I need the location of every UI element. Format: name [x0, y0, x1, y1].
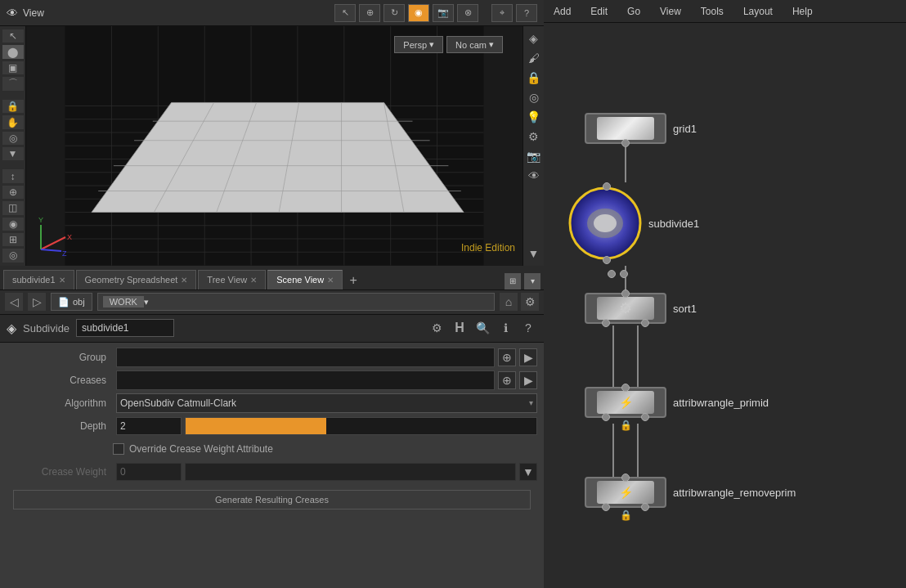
creases-dropdown[interactable]: [116, 370, 495, 390]
menu-edit[interactable]: Edit: [587, 4, 611, 19]
camera-left-btn[interactable]: ◎: [2, 249, 24, 262]
expand-tool[interactable]: ⊗: [457, 4, 478, 22]
tab-geometry-spreadsheet[interactable]: Geometry Spreadsheet ✕: [76, 270, 197, 290]
node-search-btn[interactable]: 🔍: [473, 319, 491, 337]
node-sort1-port-top: [621, 290, 630, 298]
nav-back-btn[interactable]: ◁: [5, 293, 23, 311]
path-obj-segment[interactable]: 📄 obj: [51, 293, 92, 311]
brush-btn[interactable]: ⊕: [2, 186, 24, 199]
node-grid1-box: [585, 113, 666, 144]
menu-add[interactable]: Add: [550, 4, 574, 19]
group-dropdown[interactable]: [116, 348, 495, 367]
override-checkbox[interactable]: [113, 443, 124, 455]
tab-geometry-spreadsheet-close[interactable]: ✕: [181, 276, 187, 285]
add-tab-button[interactable]: +: [344, 272, 362, 290]
node-sort1-box: ⚙: [585, 293, 666, 324]
node-help-btn[interactable]: ?: [519, 319, 537, 337]
rotate-tool[interactable]: ↻: [383, 4, 405, 22]
grid-btn[interactable]: ⊞: [2, 233, 24, 246]
crease-weight-scroll[interactable]: ▼: [519, 463, 537, 481]
tab-scene-view-close[interactable]: ✕: [327, 276, 334, 285]
connection-dot-2: [620, 270, 628, 278]
node-grid1-port-bottom: [621, 139, 630, 147]
tab-subdivide1-close[interactable]: ✕: [59, 276, 65, 285]
tab-tree-view-close[interactable]: ✕: [250, 276, 257, 285]
node-subdivide1-label: subdivide1: [648, 218, 699, 230]
generate-button[interactable]: Generate Resulting Creases: [13, 490, 531, 509]
tab-layout-btn[interactable]: ⊞: [505, 273, 521, 290]
group-picker-btn[interactable]: ⊕: [498, 348, 516, 366]
node-info-btn[interactable]: ℹ: [496, 319, 514, 337]
node-name-input[interactable]: [76, 319, 174, 337]
node-graph-canvas[interactable]: grid1: [544, 23, 906, 588]
node-gear-btn[interactable]: ⚙: [428, 319, 446, 337]
lock-btn[interactable]: 🔒: [2, 100, 24, 113]
no-cam-button[interactable]: No cam ▾: [446, 36, 503, 53]
render-tool[interactable]: ◉: [408, 4, 429, 22]
creases-link-btn[interactable]: ▶: [519, 371, 537, 389]
path-obj-icon: 📄: [58, 297, 70, 307]
creases-picker-btn[interactable]: ⊕: [498, 371, 516, 389]
tab-subdivide1[interactable]: subdivide1 ✕: [3, 270, 74, 290]
group-link-btn[interactable]: ▶: [519, 348, 537, 366]
eraser-btn[interactable]: ◫: [2, 201, 24, 214]
depth-input[interactable]: [116, 417, 182, 435]
snap-tool[interactable]: ⌖: [491, 4, 513, 22]
lasso-btn[interactable]: ⌒: [2, 77, 24, 91]
tab-tree-view[interactable]: Tree View ✕: [198, 270, 266, 290]
paint-btn[interactable]: ⬤: [2, 45, 24, 58]
node-attribwrangle-primid-port-bottom-right: [641, 413, 649, 421]
node-type-icon: ◈: [7, 321, 16, 336]
menu-tools[interactable]: Tools: [697, 4, 727, 19]
target-btn[interactable]: ◎: [525, 88, 543, 106]
nav-forward-btn[interactable]: ▷: [28, 293, 46, 311]
bulb-btn[interactable]: 💡: [525, 108, 543, 126]
path-work-dropdown[interactable]: WORK ▾: [97, 293, 495, 311]
node-sort1[interactable]: ⚙ sort1: [585, 293, 697, 324]
camera-tool[interactable]: 📷: [433, 4, 454, 22]
settings-right-btn[interactable]: ⚙: [525, 128, 543, 146]
node-subdivide1[interactable]: subdivide1: [568, 186, 699, 260]
help-btn[interactable]: ?: [516, 4, 537, 22]
no-cam-arrow: ▾: [489, 39, 494, 50]
menu-view[interactable]: View: [657, 4, 684, 19]
tab-scene-view[interactable]: Scene View ✕: [267, 270, 343, 290]
tool-down-btn[interactable]: ▼: [2, 147, 24, 160]
algorithm-dropdown[interactable]: OpenSubdiv Catmull-Clark ▾: [116, 393, 537, 413]
hand-btn[interactable]: ✋: [2, 115, 24, 128]
eye-right-btn[interactable]: 👁: [525, 167, 543, 185]
menu-help[interactable]: Help: [789, 4, 816, 19]
path-home-btn[interactable]: ⌂: [500, 293, 518, 311]
move-btn[interactable]: ↕: [2, 169, 24, 182]
magnet-btn[interactable]: ◎: [2, 132, 24, 145]
eye-left-btn[interactable]: ◉: [2, 218, 24, 231]
persp-button[interactable]: Persp ▾: [394, 36, 443, 53]
depth-slider[interactable]: [185, 417, 537, 435]
viewport-container[interactable]: ↖ ⬤ ▣ ⌒ 🔒 ✋ ◎ ▼ ↕ ⊕ ◫ ◉ ⊞ ◎: [0, 26, 544, 266]
node-grid1[interactable]: grid1: [585, 113, 697, 144]
tab-menu-btn[interactable]: ▾: [524, 273, 540, 290]
layer-btn[interactable]: ◈: [525, 29, 543, 47]
node-attribwrangle-removeprim[interactable]: ⚡ 🔒 attribwrangle_removeprim: [585, 477, 796, 508]
creases-control: ⊕ ▶: [116, 370, 537, 390]
group-control: ⊕ ▶: [116, 348, 537, 367]
node-attribwrangle-primid[interactable]: ⚡ 🔒 attribwrangle_primid: [585, 387, 769, 418]
paint-right-btn[interactable]: 🖌: [525, 49, 543, 67]
left-panel: 👁 View ↖ ⊕ ↻ ◉ 📷 ⊗ ⌖ ? ↖ ⬤ ▣ ⌒: [0, 0, 544, 588]
node-h-btn[interactable]: H: [451, 319, 469, 337]
menu-layout[interactable]: Layout: [740, 4, 776, 19]
camera-right-btn[interactable]: 📷: [525, 147, 543, 165]
lock-right-btn[interactable]: 🔒: [525, 69, 543, 87]
box-btn[interactable]: ▣: [2, 61, 24, 74]
path-bookmark-btn[interactable]: ⚙: [521, 293, 539, 311]
node-sort1-port-bottom-left: [602, 319, 610, 327]
transform-tool[interactable]: ⊕: [359, 4, 380, 22]
indie-edition-text: Indie Edition: [461, 242, 515, 254]
tab-bar: subdivide1 ✕ Geometry Spreadsheet ✕ Tree…: [0, 266, 544, 290]
select-tool[interactable]: ↖: [334, 4, 356, 22]
select-left-btn[interactable]: ↖: [2, 29, 24, 43]
scroll-down-btn[interactable]: ▼: [525, 245, 543, 263]
crease-weight-control: ▼: [116, 463, 537, 481]
menu-go[interactable]: Go: [624, 4, 644, 19]
crease-weight-input[interactable]: [116, 463, 182, 481]
